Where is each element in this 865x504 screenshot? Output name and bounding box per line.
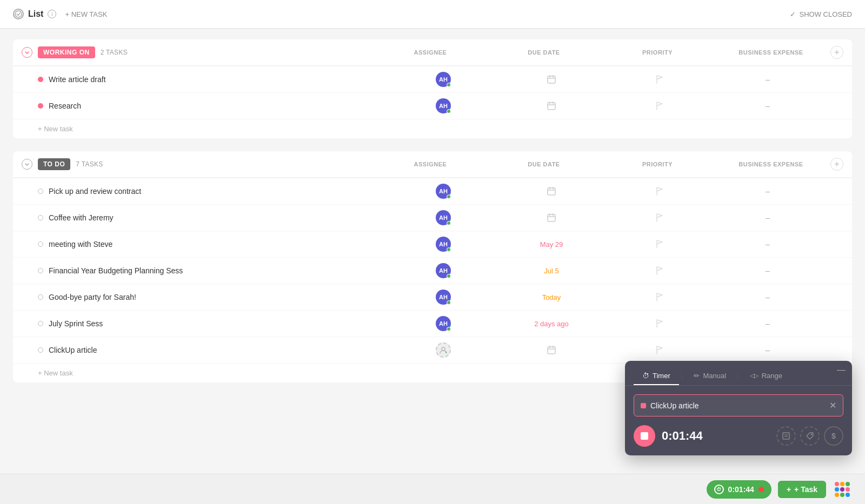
due-date-cell[interactable] [497, 101, 606, 111]
task-name-cell: July Sprint Sess [38, 319, 389, 328]
task-status-dot [38, 103, 43, 109]
dollar-icon: $ [831, 432, 836, 440]
bottom-timer-pill[interactable]: ⏱ 0:01:44 [707, 480, 771, 499]
apps-dot [835, 482, 839, 486]
svg-rect-20 [548, 347, 555, 354]
recording-indicator [758, 487, 764, 492]
due-date-cell[interactable]: 2 days ago [497, 320, 606, 328]
avatar[interactable]: AH [436, 316, 451, 331]
due-date-cell[interactable] [497, 213, 606, 223]
table-row: July Sprint Sess AH 2 days ago – [13, 310, 852, 337]
task-name[interactable]: Research [49, 102, 81, 110]
task-name[interactable]: Pick up and review contract [49, 187, 141, 196]
due-date-cell[interactable] [497, 186, 606, 196]
tab-manual[interactable]: ✏ Manual [685, 367, 735, 385]
apps-dot [840, 487, 844, 492]
avatar[interactable]: AH [436, 263, 451, 278]
timer-task-input[interactable]: ClickUp article ✕ [634, 394, 843, 416]
task-status-dot [38, 321, 43, 326]
timer-notes-button[interactable] [776, 426, 796, 446]
avatar[interactable]: AH [436, 290, 451, 305]
task-name-cell: Research [38, 102, 389, 110]
working-on-toggle[interactable] [22, 47, 32, 58]
priority-cell[interactable] [606, 75, 714, 84]
col-expense-2: BUSINESS EXPENSE [717, 161, 825, 167]
avatar[interactable]: AH [436, 72, 451, 87]
svg-point-0 [15, 11, 22, 17]
priority-cell[interactable] [606, 187, 714, 196]
priority-cell[interactable] [606, 266, 714, 275]
table-row: Good-bye party for Sarah! AH Today – [13, 284, 852, 310]
assignee-cell: AH [389, 210, 497, 225]
apps-button[interactable] [833, 480, 852, 499]
add-column-button-1[interactable]: + [830, 46, 843, 59]
timer-tabs: ⏱ Timer | ✏ Manual | ◁▷ Range [625, 361, 852, 386]
timer-tag-button[interactable] [800, 426, 820, 446]
header-left: List i + NEW TASK [13, 8, 111, 21]
new-task-button[interactable]: + NEW TASK [61, 8, 111, 21]
task-name-cell: ClickUp article [38, 346, 389, 354]
timer-display: 0:01:44 [662, 429, 770, 443]
task-name[interactable]: meeting with Steve [49, 240, 112, 248]
main-content: WORKING ON 2 TASKS ASSIGNEE DUE DATE PRI… [0, 29, 865, 406]
header: List i + NEW TASK ✓ SHOW CLOSED [0, 0, 865, 29]
task-name[interactable]: Coffee with Jeremy [49, 213, 114, 222]
assignee-add-button[interactable] [436, 342, 451, 358]
timer-icon: ⏱ [642, 372, 649, 380]
clock-icon: ⏱ [714, 485, 724, 494]
col-assignee-1: ASSIGNEE [376, 49, 484, 56]
priority-cell[interactable] [606, 240, 714, 248]
priority-cell[interactable] [606, 293, 714, 301]
avatar[interactable]: AH [436, 210, 451, 225]
todo-section-header: TO DO 7 TASKS ASSIGNEE DUE DATE PRIORITY… [13, 151, 852, 178]
due-date-cell[interactable]: May 29 [497, 240, 606, 248]
priority-cell[interactable] [606, 213, 714, 222]
avatar[interactable]: AH [436, 237, 451, 252]
assignee-cell: AH [389, 237, 497, 252]
col-priority-2: PRIORITY [603, 161, 711, 167]
todo-section: TO DO 7 TASKS ASSIGNEE DUE DATE PRIORITY… [13, 151, 852, 382]
online-indicator [447, 109, 451, 113]
due-date-cell[interactable]: Jul 5 [497, 267, 606, 275]
task-status-dot [38, 215, 43, 220]
due-date-cell[interactable]: Today [497, 293, 606, 301]
add-column-button-2[interactable]: + [830, 158, 843, 171]
show-closed-button[interactable]: ✓ SHOW CLOSED [790, 10, 852, 18]
todo-toggle[interactable] [22, 159, 32, 170]
working-on-section-header: WORKING ON 2 TASKS ASSIGNEE DUE DATE PRI… [13, 39, 852, 66]
due-date-text: Jul 5 [544, 267, 558, 275]
online-indicator [447, 327, 451, 331]
timer-minimize-button[interactable]: — [837, 365, 846, 375]
expense-cell: – [714, 102, 822, 110]
apps-dot [835, 487, 839, 492]
table-row: Pick up and review contract AH – [13, 178, 852, 204]
due-date-cell[interactable] [497, 345, 606, 355]
info-icon[interactable]: i [48, 10, 56, 18]
task-name[interactable]: Good-bye party for Sarah! [49, 293, 136, 301]
task-name[interactable]: Financial Year Budgeting Planning Sess [49, 266, 183, 275]
priority-cell[interactable] [606, 346, 714, 354]
task-status-dot [38, 241, 43, 247]
task-name[interactable]: July Sprint Sess [49, 319, 103, 328]
avatar[interactable]: AH [436, 98, 451, 113]
timer-stop-button[interactable] [634, 425, 655, 447]
task-name[interactable]: ClickUp article [49, 346, 97, 354]
priority-cell[interactable] [606, 102, 714, 110]
task-name-cell: meeting with Steve [38, 240, 389, 248]
assignee-cell: AH [389, 184, 497, 199]
tab-range[interactable]: ◁▷ Range [741, 367, 791, 385]
tab-timer[interactable]: ⏱ Timer [634, 367, 679, 385]
task-name[interactable]: Write article draft [49, 75, 106, 84]
timer-billable-button[interactable]: $ [824, 426, 843, 446]
working-on-badge: WORKING ON [38, 46, 95, 58]
working-on-section: WORKING ON 2 TASKS ASSIGNEE DUE DATE PRI… [13, 39, 852, 138]
priority-cell[interactable] [606, 319, 714, 328]
due-date-cell[interactable] [497, 75, 606, 84]
timer-task-clear-button[interactable]: ✕ [829, 400, 836, 411]
bottom-new-task-button[interactable]: + + Task [778, 481, 826, 498]
working-on-new-task[interactable]: + New task [13, 119, 852, 138]
avatar[interactable]: AH [436, 184, 451, 199]
col-assignee-2: ASSIGNEE [376, 161, 484, 167]
table-row: Financial Year Budgeting Planning Sess A… [13, 257, 852, 284]
due-date-text: Today [542, 293, 561, 301]
